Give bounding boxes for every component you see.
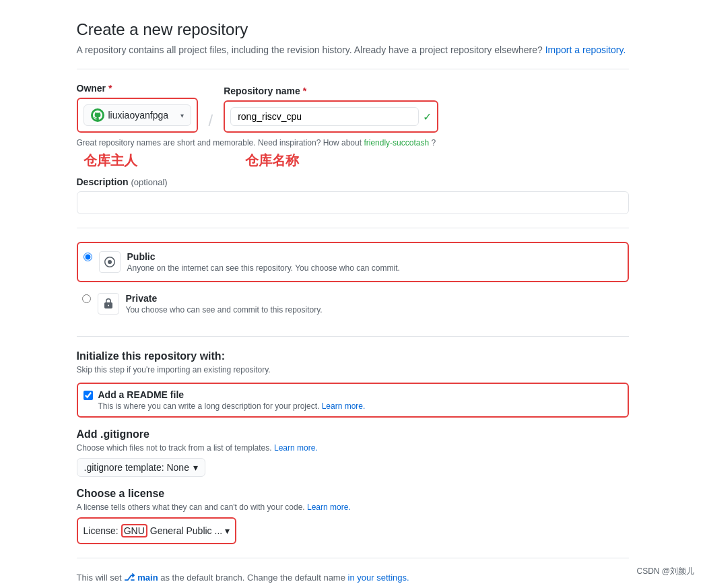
gitignore-dropdown[interactable]: .gitignore template: None ▾ xyxy=(77,458,205,477)
private-radio[interactable] xyxy=(82,294,91,303)
repo-name-label: Repository name * xyxy=(224,86,438,96)
import-link[interactable]: Import a repository. xyxy=(545,44,626,55)
license-dropdown-arrow-icon: ▾ xyxy=(225,525,230,536)
owner-required: * xyxy=(108,83,112,94)
readme-checkbox[interactable] xyxy=(83,391,93,400)
dropdown-arrow-icon: ▾ xyxy=(193,462,198,473)
description-input[interactable] xyxy=(77,191,629,214)
gitignore-title: Add .gitignore xyxy=(77,428,629,440)
settings-link[interactable]: in your settings. xyxy=(348,573,409,583)
readme-desc: This is where you can write a long descr… xyxy=(98,401,366,411)
license-dropdown[interactable]: License: GNU General Public ... ▾ xyxy=(83,524,230,537)
annotation-owner: 仓库主人 xyxy=(83,152,137,170)
init-section: Initialize this repository with: Skip th… xyxy=(77,350,629,418)
gitignore-hint: Choose which files not to track from a l… xyxy=(77,443,629,453)
divider-top xyxy=(77,69,629,69)
annotation-row: 仓库主人 仓库名称 xyxy=(83,152,629,170)
repo-required: * xyxy=(303,86,306,96)
public-text: Public Anyone on the internet can see th… xyxy=(127,251,400,273)
repo-name-input[interactable] xyxy=(230,107,419,126)
readme-text: Add a README file This is where you can … xyxy=(98,389,366,411)
valid-checkmark-icon: ✓ xyxy=(423,110,432,123)
description-group: Description (optional) xyxy=(77,176,629,214)
readme-learn-link[interactable]: Learn more. xyxy=(322,401,366,411)
private-option: Private You choose who can see and commi… xyxy=(77,285,629,323)
branch-main-link[interactable]: ⎇ main xyxy=(124,572,158,583)
annotation-name: 仓库名称 xyxy=(245,152,299,170)
divider-visibility xyxy=(77,336,629,337)
visibility-section: Public Anyone on the internet can see th… xyxy=(77,242,629,323)
init-hint: Skip this step if you're importing an ex… xyxy=(77,365,629,374)
license-title: Choose a license xyxy=(77,488,629,500)
readme-option: Add a README file This is where you can … xyxy=(77,383,629,418)
owner-name: liuxiaoyanfpga xyxy=(108,110,169,121)
owner-repo-row: Owner * liuxiaoyanfpga ▾ / Repository na… xyxy=(77,83,629,133)
repo-name-box: ✓ xyxy=(224,100,438,133)
repo-name-hint: Great repository names are short and mem… xyxy=(77,138,629,148)
footer-credit: CSDN @刘颜儿 xyxy=(636,566,694,577)
license-learn-link[interactable]: Learn more. xyxy=(307,502,351,512)
public-radio[interactable] xyxy=(83,253,92,261)
public-icon xyxy=(99,251,121,273)
owner-group: Owner * liuxiaoyanfpga ▾ xyxy=(77,83,198,133)
divider-license xyxy=(77,558,629,558)
repo-name-group: Repository name * ✓ xyxy=(224,86,438,133)
private-text: Private You choose who can see and commi… xyxy=(126,293,323,315)
chevron-down-icon: ▾ xyxy=(180,112,184,119)
owner-dropdown[interactable]: liuxiaoyanfpga ▾ xyxy=(83,104,191,126)
branch-section: This will set ⎇ main as the default bran… xyxy=(77,572,629,583)
page-subtitle: A repository contains all project files,… xyxy=(77,44,629,55)
license-section: Choose a license A license tells others … xyxy=(77,488,629,544)
description-label: Description (optional) xyxy=(77,176,629,187)
license-box: License: GNU General Public ... ▾ xyxy=(77,517,237,544)
gnu-highlight: GNU xyxy=(121,524,147,537)
public-option: Public Anyone on the internet can see th… xyxy=(77,242,629,282)
suggestion-link[interactable]: friendly-succotash xyxy=(364,138,429,148)
repo-name-row: ✓ xyxy=(230,107,432,126)
gitignore-learn-link[interactable]: Learn more. xyxy=(274,443,318,453)
slash-separator: / xyxy=(209,111,213,133)
branch-icon: ⎇ xyxy=(124,572,135,583)
description-optional: (optional) xyxy=(131,177,167,187)
license-hint: A license tells others what they can and… xyxy=(77,502,629,512)
owner-label: Owner * xyxy=(77,83,198,94)
page-title: Create a new repository xyxy=(77,20,629,39)
owner-box: liuxiaoyanfpga ▾ xyxy=(77,98,198,133)
owner-avatar xyxy=(91,108,104,122)
page-container: Create a new repository A repository con… xyxy=(63,0,642,588)
private-icon xyxy=(98,293,119,315)
init-title: Initialize this repository with: xyxy=(77,350,629,362)
gitignore-section: Add .gitignore Choose which files not to… xyxy=(77,428,629,477)
divider-desc xyxy=(77,228,629,228)
